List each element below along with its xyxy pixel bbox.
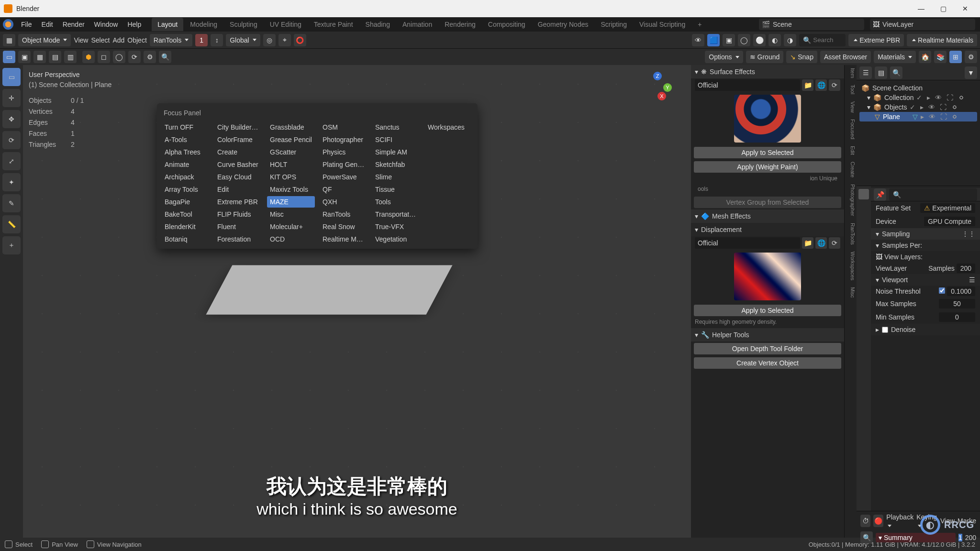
pin-icon[interactable]: 📌 [874, 188, 886, 201]
prop-world-icon[interactable] [858, 242, 869, 253]
header-add[interactable]: Add [112, 36, 124, 44]
snap-icon[interactable]: ⌖ [278, 34, 291, 46]
denoise-toggle[interactable] [882, 327, 888, 333]
prop-data-icon[interactable] [858, 323, 869, 333]
workspace-layout[interactable]: Layout [152, 18, 183, 31]
outliner-scene-row[interactable]: 📦Scene Collection [859, 83, 977, 93]
open-folder-icon[interactable]: 📁 [802, 79, 813, 91]
focus-item[interactable]: Workspaces [425, 121, 473, 133]
add-tool[interactable]: ＋ [2, 236, 21, 254]
rantools-dropdown[interactable]: RanTools [150, 34, 192, 46]
row-toggles[interactable]: ✓ ▸ 👁 ⛶ ⭘ [910, 103, 959, 111]
focus-item[interactable]: Grease Pencil [267, 134, 315, 145]
vtab-workspaces[interactable]: Workspaces [845, 249, 857, 283]
focus-item[interactable]: Extreme PBR [214, 196, 262, 208]
transform-tool[interactable]: ✦ [2, 173, 21, 191]
cursor-tool[interactable]: ✛ [2, 89, 21, 107]
denoise-header[interactable]: ▸ Denoise [871, 324, 980, 335]
vtab-tool[interactable]: Tool [845, 82, 857, 97]
disp-apply-to-selected-button[interactable]: Apply to Selected [694, 305, 841, 316]
minimize-button[interactable]: — [910, 0, 932, 17]
stack-icon[interactable]: 📚 [934, 51, 947, 63]
home-icon[interactable]: 🏠 [919, 51, 931, 63]
focus-item[interactable]: BagaPie [162, 196, 210, 208]
axis-x-icon[interactable]: X [657, 92, 666, 100]
displacement-preview[interactable] [734, 253, 801, 300]
grid-icon[interactable]: ⊞ [949, 51, 962, 63]
apply-weight-paint-button[interactable]: Apply (Weight Paint) [694, 161, 841, 173]
select-tool5-icon[interactable]: ▥ [64, 51, 77, 63]
menu-edit[interactable]: Edit [38, 19, 57, 30]
apply-to-selected-button[interactable]: Apply to Selected [694, 147, 841, 158]
workspace-geonodes[interactable]: Geometry Nodes [532, 18, 594, 31]
addon-icon2[interactable]: ◻ [98, 51, 110, 63]
sampling-header[interactable]: ▾Sampling⋮⋮ [871, 228, 980, 240]
search-field[interactable]: 🔍 [799, 34, 846, 46]
focus-item[interactable]: OCD [267, 233, 315, 245]
focus-item[interactable]: Sketchfab [372, 159, 420, 170]
addon-icon3[interactable]: ◯ [113, 51, 125, 63]
workspace-visual[interactable]: Visual Scripting [634, 18, 691, 31]
ground-button[interactable]: ≋Ground [746, 51, 784, 63]
menu-file[interactable]: File [17, 19, 36, 30]
measure-tool[interactable]: 📏 [2, 215, 21, 233]
focus-item[interactable]: True-VFX [372, 221, 420, 232]
focus-item[interactable]: Realtime Materials [320, 233, 368, 245]
focus-item[interactable]: Real Snow [320, 221, 368, 232]
vtab-photographer[interactable]: Photographer [845, 181, 857, 219]
select-tool1-icon[interactable]: ▭ [3, 51, 15, 63]
workspace-uvediting[interactable]: UV Editing [264, 18, 307, 31]
device-dropdown[interactable]: GPU Compute [924, 217, 975, 226]
helper-tools-header[interactable]: ▾🔧Helper Tools [691, 328, 844, 342]
overlays-icon[interactable]: 🟦 [707, 34, 720, 46]
focus-item[interactable]: Sanctus [372, 121, 420, 133]
addon-search-icon[interactable]: 🔍 [159, 51, 171, 63]
outliner-editor-icon[interactable]: ☰ [859, 66, 872, 79]
surface-preview[interactable] [734, 95, 801, 143]
focus-item[interactable]: Plating Generator [320, 159, 368, 170]
create-vertex-object-button[interactable]: Create Vertex Object [694, 357, 841, 369]
focus-item[interactable]: Edit [214, 184, 262, 195]
focus-item[interactable]: Forestation [214, 233, 262, 245]
globe-icon[interactable]: 🌐 [815, 79, 827, 91]
focus-item[interactable]: Grassblade [267, 121, 315, 133]
workspace-animation[interactable]: Animation [397, 18, 438, 31]
outliner-objects-row[interactable]: ▾📦Objects✓ ▸ 👁 ⛶ ⭘ [859, 102, 977, 112]
prop-viewlayer-icon[interactable] [858, 216, 869, 226]
refresh-icon[interactable]: ⟳ [829, 79, 840, 91]
header-object[interactable]: Object [127, 36, 146, 44]
mode-dropdown[interactable]: Object Mode [18, 34, 71, 46]
focus-item[interactable]: Simple AM [372, 146, 420, 158]
outliner-filter-icon[interactable]: ▼ [965, 66, 977, 79]
scale-tool[interactable]: ⤢ [2, 152, 21, 170]
select-tool4-icon[interactable]: ▤ [49, 51, 61, 63]
prop-modifier-icon[interactable] [858, 269, 869, 280]
focus-item[interactable]: MAZE [267, 196, 315, 208]
timeline-auto-icon[interactable]: 🔴 [873, 515, 883, 527]
focus-item[interactable]: Vegetation [372, 233, 420, 245]
vtab-rantools[interactable]: RanTools [845, 220, 857, 248]
prop-render-icon[interactable] [858, 189, 869, 199]
asset-browser-button[interactable]: Asset Browser [820, 51, 871, 63]
search-input[interactable] [813, 36, 842, 44]
rotate-tool[interactable]: ⟳ [2, 131, 21, 149]
focus-item[interactable]: Easy Cloud [214, 171, 262, 183]
open-folder2-icon[interactable]: 📁 [802, 237, 813, 249]
vtab-create[interactable]: Create [845, 159, 857, 180]
timeline-playback[interactable]: Playback [886, 513, 913, 529]
orientation-dropdown[interactable]: Global [226, 34, 260, 46]
shading-rendered-icon[interactable]: ◑ [784, 34, 796, 46]
row-toggles[interactable]: ▸ 👁 ⛶ ⭘ [921, 113, 960, 121]
addon-icon5[interactable]: ⚙ [144, 51, 156, 63]
outliner-collection-row[interactable]: ▾📦Collection✓ ▸ 👁 ⛶ ⭘ [859, 93, 977, 102]
globe2-icon[interactable]: 🌐 [815, 237, 827, 249]
xray-icon[interactable]: ▣ [723, 34, 735, 46]
header-select[interactable]: Select [91, 36, 110, 44]
workspace-shading[interactable]: Shading [360, 18, 396, 31]
vtab-focused[interactable]: Focused [845, 116, 857, 142]
outliner-plane-row[interactable]: ▽Plane▽▸ 👁 ⛶ ⭘ [859, 112, 977, 121]
viewport-sampling-header[interactable]: ▾Viewport☰ [871, 274, 980, 286]
shading-solid-icon[interactable]: ⚪ [753, 34, 766, 46]
focus-item[interactable]: KIT OPS [267, 171, 315, 183]
header-view[interactable]: View [74, 36, 88, 44]
